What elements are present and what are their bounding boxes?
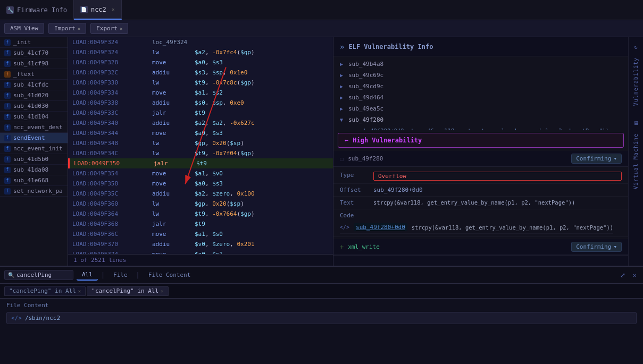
asm-addr-19: LOAD:0049F368 bbox=[72, 221, 152, 227]
sidebar-item-sendevent[interactable]: f sendEvent bbox=[0, 133, 68, 143]
expand-bottom-icon[interactable]: ⤢ bbox=[618, 270, 628, 280]
detail-row-code: Code </> sub_49f280+0d0 strcpy(&var118, … bbox=[333, 209, 628, 237]
bottom-tab-file[interactable]: File bbox=[108, 270, 133, 280]
tab-firmware-info[interactable]: 🔧 Firmware Info bbox=[0, 0, 74, 20]
sidebar-item-41cf98[interactable]: f sub_41cf98 bbox=[0, 58, 68, 69]
import-button[interactable]: Import ✕ bbox=[48, 23, 86, 34]
sidebar-item-ftext[interactable]: f _ftext bbox=[0, 69, 68, 80]
result-tab-cancle-label: "canclePing" in All bbox=[9, 287, 76, 294]
asm-op-8: $t9 bbox=[195, 109, 205, 116]
asm-line-11[interactable]: LOAD:0049F348 lw $gp, 0x20($sp) bbox=[68, 138, 333, 148]
code-line-1[interactable]: </> sub_49f280+0d0 strcpy(&var118, get_e… bbox=[340, 221, 613, 234]
asm-addr-2: LOAD:0049F324 bbox=[72, 49, 152, 56]
sidebar-item-41d020[interactable]: f sub_41d020 bbox=[0, 90, 68, 101]
sidebar-item-41d5b0[interactable]: f sub_41d5b0 bbox=[0, 154, 68, 165]
sidebar-item-41d030[interactable]: f sub_41d030 bbox=[0, 101, 68, 112]
sidebar-item-41cfdc[interactable]: f sub_41cfdc bbox=[0, 80, 68, 90]
tree-item-49ea5c[interactable]: ▶ sub_49ea5c bbox=[333, 103, 628, 114]
tree-item-49d464[interactable]: ▶ sub_49d464 bbox=[333, 92, 628, 103]
asm-line-3[interactable]: LOAD:0049F328 move $a0, $s3 bbox=[68, 57, 333, 67]
code-ref-link[interactable]: sub_49f280+0d0 bbox=[354, 223, 407, 231]
sidebar-item-init[interactable]: f _init bbox=[0, 37, 68, 48]
sidebar-item-41da08[interactable]: f sub_41da08 bbox=[0, 165, 68, 175]
result-tab-cancle-close[interactable]: ✕ bbox=[78, 289, 81, 294]
detail-table: Type Overflow Offset sub_49f280+0d0 Text… bbox=[333, 167, 628, 239]
asm-line-12[interactable]: LOAD:0049F34C lw $t9, -0x7f04($gp) bbox=[68, 148, 333, 158]
asm-line-13[interactable]: LOAD:0049F350 jalr $t9 bbox=[68, 158, 333, 168]
chevron-49f280: ▼ bbox=[340, 117, 345, 123]
refresh-icon[interactable]: ↻ bbox=[631, 41, 641, 52]
init-label: _init bbox=[13, 39, 31, 46]
high-vuln-bar[interactable]: ← High Vulnerability bbox=[338, 133, 624, 148]
tab-ncc2[interactable]: 📄 ncc2 ✕ bbox=[74, 0, 122, 20]
sidebar-item-ncc-event-init[interactable]: f ncc_event_init bbox=[0, 143, 68, 154]
vuln-tree[interactable]: ▶ sub_49b4a8 ▶ sub_49c69c ▶ sub_49cd9c ▶… bbox=[333, 56, 628, 130]
bottom-tab-all[interactable]: All bbox=[77, 269, 98, 281]
bottom-tab-file-content[interactable]: File Content bbox=[143, 270, 196, 280]
vulnerability-sidebar-label[interactable]: Vulnerability bbox=[632, 54, 640, 109]
file-item-ncc2[interactable]: </> /sbin/ncc2 bbox=[6, 312, 637, 324]
tab-separator-1: | bbox=[101, 272, 105, 279]
search-input[interactable] bbox=[16, 272, 70, 278]
asm-view-button[interactable]: ASM View bbox=[4, 23, 44, 34]
close-bottom-icon[interactable]: ✕ bbox=[631, 270, 639, 280]
asm-line-20[interactable]: LOAD:0049F36C move $a1, $s0 bbox=[68, 229, 333, 239]
detail-text-value: strcpy(&var118, get_entry_value_by_name(… bbox=[373, 199, 622, 206]
asm-line-22[interactable]: LOAD:0049F374 move $a0, $s1 bbox=[68, 249, 333, 254]
asm-line-4[interactable]: LOAD:0049F32C addiu $s3, $sp, 0x1e0 bbox=[68, 67, 333, 78]
ncc2-tab-label: ncc2 bbox=[91, 6, 106, 13]
asm-line-19[interactable]: LOAD:0049F368 jalr $t9 bbox=[68, 219, 333, 229]
asm-line-17[interactable]: LOAD:0049F360 lw $gp, 0x20($sp) bbox=[68, 199, 333, 209]
export-button[interactable]: Export ✕ bbox=[90, 23, 128, 34]
tree-label-49cd9c: sub_49cd9c bbox=[348, 83, 383, 90]
asm-op-12: $t9, -0x7f04($gp) bbox=[195, 150, 255, 157]
ftext-icon: f bbox=[4, 71, 11, 78]
ncc2-tab-close[interactable]: ✕ bbox=[112, 6, 115, 12]
asm-op-5: $t9, -0x7c8c($gp) bbox=[195, 79, 255, 86]
asm-line-18[interactable]: LOAD:0049F364 lw $t9, -0x7664($gp) bbox=[68, 209, 333, 219]
tree-item-49f280[interactable]: ▼ sub_49f280 bbox=[333, 114, 628, 125]
asm-line-14[interactable]: LOAD:0049F354 move $a1, $v0 bbox=[68, 168, 333, 179]
result-tab-cancel-close[interactable]: ✕ bbox=[161, 289, 163, 294]
asm-line-10[interactable]: LOAD:0049F344 move $a0, $s3 bbox=[68, 128, 333, 138]
confirming-button-2[interactable]: Confirming ▾ bbox=[571, 242, 622, 252]
tree-item-49cd9c[interactable]: ▶ sub_49cd9c bbox=[333, 81, 628, 92]
asm-line-7[interactable]: LOAD:0049F338 addiu $s0, $sp, 0xe0 bbox=[68, 98, 333, 108]
asm-line-6[interactable]: LOAD:0049F334 move $a1, $s2 bbox=[68, 88, 333, 98]
tree-item-49b4a8[interactable]: ▶ sub_49b4a8 bbox=[333, 58, 628, 70]
asm-op-4: $s3, $sp, 0x1e0 bbox=[195, 69, 247, 76]
search-magnifier-icon: 🔍 bbox=[8, 272, 14, 278]
asm-instr-18: lw bbox=[152, 210, 195, 217]
export-close[interactable]: ✕ bbox=[120, 26, 122, 31]
sidebar-item-41e668[interactable]: f sub_41e668 bbox=[0, 175, 68, 186]
result-tab-cancel[interactable]: "cancelPing" in All ✕ bbox=[87, 286, 168, 296]
monitor-icon[interactable]: 🖥 bbox=[631, 117, 641, 128]
code-func-text: strcpy(&var118, get_entry_value_by_name(… bbox=[412, 224, 613, 231]
asm-line-16[interactable]: LOAD:0049F35C addiu $a2, $zero, 0x100 bbox=[68, 189, 333, 199]
asm-line-21[interactable]: LOAD:0049F370 addiu $v0, $zero, 0x201 bbox=[68, 239, 333, 249]
asm-addr-10: LOAD:0049F344 bbox=[72, 130, 152, 137]
confirming-button-1[interactable]: Confirming ▾ bbox=[571, 154, 622, 164]
sidebar-item-set-network[interactable]: f set_network_pa bbox=[0, 186, 68, 197]
asm-scroll[interactable]: LOAD:0049F324 loc_49F324 LOAD:0049F324 l… bbox=[68, 37, 333, 254]
sidebar-item-ncc-event-dest[interactable]: f ncc_event_dest bbox=[0, 122, 68, 133]
asm-line-2[interactable]: LOAD:0049F324 lw $a2, -0x7fc4($gp) bbox=[68, 47, 333, 57]
search-input-wrapper[interactable]: 🔍 bbox=[4, 270, 73, 280]
expand-panel-icon[interactable]: » bbox=[340, 43, 344, 51]
vm-sidebar-label[interactable]: Virtual Machine bbox=[632, 130, 640, 192]
detail-type-label: Type bbox=[340, 172, 369, 179]
asm-line-8[interactable]: LOAD:0049F33C jalr $t9 bbox=[68, 108, 333, 118]
asm-line-9[interactable]: LOAD:0049F340 addiu $a2, $a2, -0x627c bbox=[68, 118, 333, 128]
tree-label-49f280: sub_49f280 bbox=[348, 116, 383, 123]
asm-line-15[interactable]: LOAD:0049F358 move $a0, $s3 bbox=[68, 179, 333, 189]
import-close[interactable]: ✕ bbox=[78, 26, 80, 31]
tree-item-49f280-child[interactable]: sub_49f280+0d0 strcpy(&var118, get_entry… bbox=[333, 125, 628, 130]
asm-instr-6: move bbox=[152, 89, 195, 96]
tree-item-49c69c[interactable]: ▶ sub_49c69c bbox=[333, 70, 628, 81]
sidebar-item-41d104[interactable]: f sub_41d104 bbox=[0, 112, 68, 122]
asm-area: LOAD:0049F324 loc_49F324 LOAD:0049F324 l… bbox=[68, 37, 333, 266]
sidebar-item-41cf70[interactable]: f sub_41cf70 bbox=[0, 48, 68, 58]
asm-line-5[interactable]: LOAD:0049F330 lw $t9, -0x7c8c($gp) bbox=[68, 78, 333, 88]
result-tab-cancle[interactable]: "canclePing" in All ✕ bbox=[4, 286, 86, 296]
asm-addr-17: LOAD:0049F360 bbox=[72, 200, 152, 207]
